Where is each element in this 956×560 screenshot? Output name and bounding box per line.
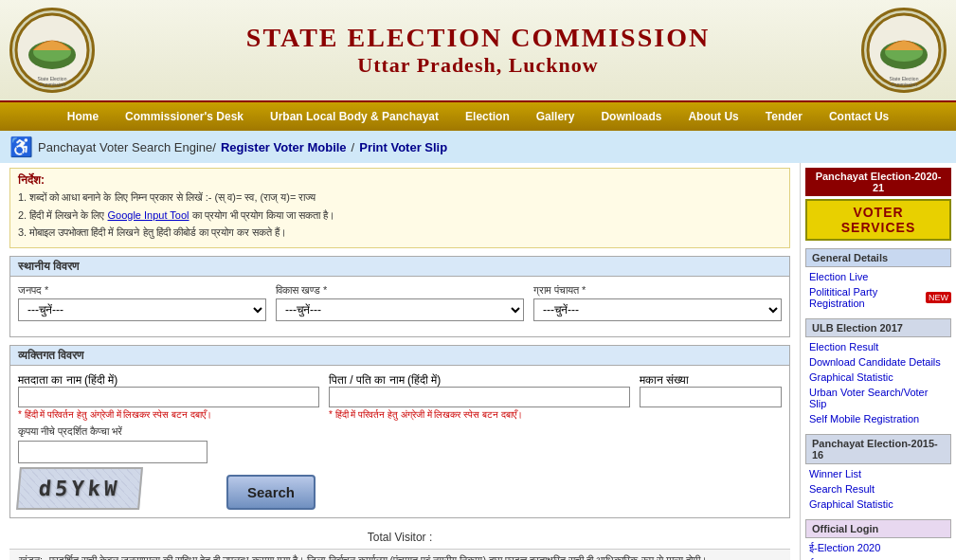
voter-name-label: मतदाता का नाम (हिंदी में) bbox=[18, 373, 117, 387]
election-result-link[interactable]: Election Result bbox=[805, 339, 951, 354]
sidebar-election-title: Panchayat Election-2020-21 bbox=[805, 168, 951, 196]
personal-form-row: मतदाता का नाम (हिंदी में) * हिंदी में पर… bbox=[18, 373, 782, 421]
father-hint: * हिंदी में परिवर्तन हेतु अंग्रेजी में ल… bbox=[329, 409, 630, 421]
location-section: स्थानीय विवरण जनपद * ---चुनें--- विकास ख… bbox=[9, 256, 790, 337]
disclaimer-text: खंडन:- प्रदर्शित सूची केवल जनसामान्य की … bbox=[19, 554, 781, 561]
panchayat-2015-title: Panchayat Election-2015-16 bbox=[805, 434, 951, 464]
winner-list-link[interactable]: Winner List bbox=[805, 466, 951, 481]
nav-home[interactable]: Home bbox=[54, 102, 112, 131]
captcha-row: d5YkW Search bbox=[18, 441, 782, 510]
voter-services-box: VOTER SERVICES bbox=[805, 199, 951, 241]
janpad-label: जनपद * bbox=[18, 284, 266, 297]
accessibility-icon: ♿ bbox=[9, 135, 33, 158]
new-badge: NEW bbox=[926, 292, 951, 303]
voter-name-input[interactable] bbox=[18, 387, 319, 407]
captcha-text: d5YkW bbox=[38, 477, 121, 500]
location-form-row: जनपद * ---चुनें--- विकास खण्ड * ---चुनें… bbox=[18, 284, 782, 321]
voter-search-text: Panchayat Voter Search Engine/ bbox=[38, 140, 216, 154]
house-number-input[interactable] bbox=[640, 387, 782, 407]
official-login-title: Official Login bbox=[805, 519, 951, 538]
total-visitor-label: Total Visitor : bbox=[368, 531, 432, 544]
captcha-input[interactable] bbox=[18, 441, 207, 463]
political-party-link[interactable]: Polititical Party Registration bbox=[805, 284, 923, 311]
voter-search-bar: ♿ Panchayat Voter Search Engine/ Registe… bbox=[0, 131, 956, 163]
voter-name-group: मतदाता का नाम (हिंदी में) * हिंदी में पर… bbox=[18, 373, 319, 421]
register-voter-link[interactable]: Register Voter Mobile bbox=[221, 140, 347, 154]
nav-tender[interactable]: Tender bbox=[752, 102, 816, 131]
svg-text:Commission: Commission bbox=[39, 81, 65, 87]
election-live-link[interactable]: Election Live bbox=[805, 269, 951, 284]
vikas-khand-select[interactable]: ---चुनें--- bbox=[276, 298, 524, 321]
instructions-title: निर्देश: bbox=[18, 173, 782, 187]
self-mobile-link[interactable]: Self Mobile Registration bbox=[805, 411, 951, 426]
location-header: स्थानीय विवरण bbox=[10, 257, 789, 277]
nav-ulb-panchayat[interactable]: Urban Local Body & Panchayat bbox=[257, 102, 452, 131]
graphical-statistic-link[interactable]: Graphical Statistic bbox=[805, 370, 951, 385]
gram-panchayat-select[interactable]: ---चुनें--- bbox=[533, 298, 782, 321]
urban-voter-search-link[interactable]: Urban Voter Search/Voter Slip bbox=[805, 385, 951, 411]
footer-note: खंडन:- प्रदर्शित सूची केवल जनसामान्य की … bbox=[9, 549, 790, 561]
vikas-khand-group: विकास खण्ड * ---चुनें--- bbox=[276, 284, 524, 321]
captcha-label: कृपया नीचे प्रदर्शित कैप्चा भरें bbox=[18, 425, 782, 438]
google-input-link[interactable]: Google Input Tool bbox=[108, 209, 189, 221]
vikas-khand-label: विकास खण्ड * bbox=[276, 284, 524, 297]
ulb-title: ULB Election 2017 bbox=[805, 318, 951, 337]
logo-right: State Election Commission bbox=[861, 8, 947, 93]
header-center: State Election Commission Uttar Pradesh,… bbox=[95, 23, 861, 78]
nav-election[interactable]: Election bbox=[452, 102, 523, 131]
father-name-input[interactable] bbox=[329, 387, 630, 407]
nav-downloads[interactable]: Downloads bbox=[587, 102, 675, 131]
personal-header: व्यक्तिगत विवरण bbox=[10, 346, 789, 366]
svg-point-3 bbox=[47, 41, 57, 50]
instruction-line1: 1. शब्दों को आधा बनाने के लिए निम्न प्रक… bbox=[18, 190, 782, 206]
location-body: जनपद * ---चुनें--- विकास खण्ड * ---चुनें… bbox=[10, 277, 789, 336]
search-button[interactable]: Search bbox=[226, 475, 316, 510]
captcha-section: कृपया नीचे प्रदर्शित कैप्चा भरें d5YkW S… bbox=[18, 425, 782, 510]
total-visitor: Total Visitor : bbox=[9, 526, 790, 549]
nav-about[interactable]: About Us bbox=[675, 102, 751, 131]
sidebar: Panchayat Election-2020-21 VOTER SERVICE… bbox=[800, 163, 956, 560]
house-number-group: मकान संख्या bbox=[640, 373, 782, 421]
janpad-select[interactable]: ---चुनें--- bbox=[18, 298, 266, 321]
instructions-box: निर्देश: 1. शब्दों को आधा बनाने के लिए न… bbox=[9, 168, 790, 248]
main-layout: निर्देश: 1. शब्दों को आधा बनाने के लिए न… bbox=[0, 163, 956, 560]
content-area: निर्देश: 1. शब्दों को आधा बनाने के लिए न… bbox=[0, 163, 800, 560]
nav-contact[interactable]: Contact Us bbox=[816, 102, 902, 131]
header-title: State Election Commission bbox=[95, 23, 861, 53]
download-candidate-link[interactable]: Download Candidate Details bbox=[805, 354, 951, 370]
father-name-group: पिता / पति का नाम (हिंदी में) * हिंदी मे… bbox=[329, 373, 630, 421]
navbar: Home Commissioner's Desk Urban Local Bod… bbox=[0, 102, 956, 131]
gram-panchayat-group: ग्राम पंचायत * ---चुनें--- bbox=[533, 284, 782, 321]
sidebar-ulb-section: ULB Election 2017 Election Result Downlo… bbox=[805, 318, 951, 426]
e-election-archives-link[interactable]: ई-Election Archives bbox=[805, 556, 951, 560]
father-name-label: पिता / पति का नाम (हिंदी में) bbox=[329, 373, 441, 387]
gram-panchayat-label: ग्राम पंचायत * bbox=[533, 284, 782, 297]
general-details-title: General Details bbox=[805, 248, 951, 267]
e-election-2020-link[interactable]: ई-Election 2020 bbox=[805, 540, 951, 556]
voter-hint: * हिंदी में परिवर्तन हेतु अंग्रेजी में ल… bbox=[18, 409, 319, 421]
personal-body: मतदाता का नाम (हिंदी में) * हिंदी में पर… bbox=[10, 366, 789, 517]
header: State Election Commission State Election… bbox=[0, 0, 956, 102]
graphical-statistic-2015-link[interactable]: Graphical Statistic bbox=[805, 497, 951, 512]
print-voter-slip-link[interactable]: Print Voter Slip bbox=[359, 140, 447, 154]
janpad-group: जनपद * ---चुनें--- bbox=[18, 284, 266, 321]
nav-commissioners-desk[interactable]: Commissioner's Desk bbox=[112, 102, 257, 131]
nav-gallery[interactable]: Gallery bbox=[523, 102, 588, 131]
instruction-line3: 3. मोबाइल उपभोक्ता हिंदी में लिखने हेतु … bbox=[18, 225, 782, 241]
search-result-link[interactable]: Search Result bbox=[805, 481, 951, 497]
separator: / bbox=[352, 140, 355, 154]
svg-text:Commission: Commission bbox=[891, 81, 917, 87]
personal-section: व्यक्तिगत विवरण मतदाता का नाम (हिंदी में… bbox=[9, 345, 790, 518]
svg-point-9 bbox=[899, 41, 909, 50]
sidebar-official-section: Official Login ई-Election 2020 ई-Electio… bbox=[805, 519, 951, 560]
sidebar-general-section: General Details Election Live Polititica… bbox=[805, 248, 951, 311]
sidebar-panchayat-2015-section: Panchayat Election-2015-16 Winner List S… bbox=[805, 434, 951, 512]
logo-left: State Election Commission bbox=[9, 8, 95, 93]
house-label: मकान संख्या bbox=[640, 373, 689, 387]
header-subtitle: Uttar Pradesh, Lucknow bbox=[95, 53, 861, 78]
captcha-image: d5YkW bbox=[16, 467, 143, 510]
instruction-line2: 2. हिंदी में लिखने के लिए Google Input T… bbox=[18, 208, 782, 224]
